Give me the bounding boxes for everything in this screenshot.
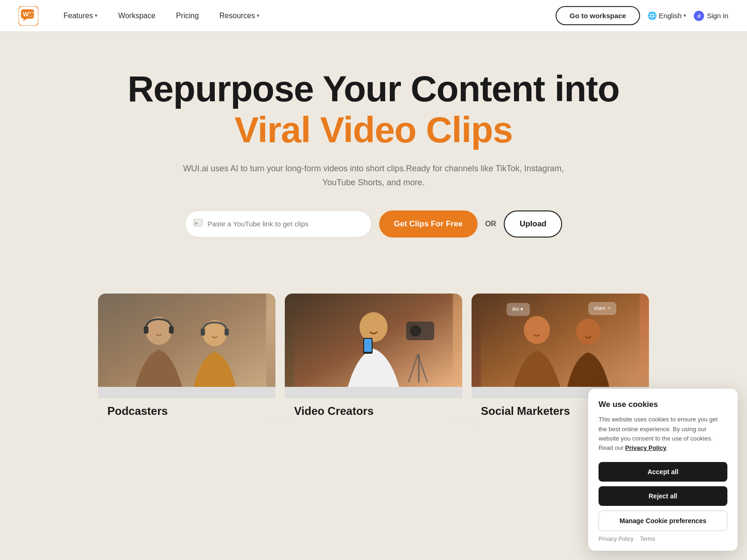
- language-selector[interactable]: 🌐 English ▾: [648, 11, 686, 20]
- svg-text:CLIPS BY MAGIC: CLIPS BY MAGIC: [28, 15, 38, 17]
- card-social-marketers-text: Social Marketers: [481, 405, 570, 417]
- nav-right: Go to workspace 🌐 English ▾ d Sign in: [556, 6, 728, 25]
- hero-title-line1: Repurpose Your Content into: [19, 69, 728, 109]
- svg-point-19: [410, 325, 421, 336]
- nav-pricing[interactable]: Pricing: [168, 8, 207, 24]
- hero-subtitle-line2: YouTube Shorts, and more.: [323, 178, 425, 187]
- go-to-workspace-button[interactable]: Go to workspace: [556, 6, 640, 25]
- privacy-policy-link[interactable]: Privacy Policy: [625, 444, 666, 451]
- language-label: English: [659, 12, 682, 20]
- card-video-creators: Video Creators: [285, 294, 462, 424]
- cookie-footer: Privacy Policy Terms: [599, 536, 727, 542]
- card-podcasters: Podcasters: [98, 294, 275, 424]
- svg-text:UI.AI: UI.AI: [28, 11, 35, 14]
- nav-resources[interactable]: Resources ▾: [211, 8, 268, 24]
- hero-subtitle: WUI.ai uses AI to turn your long-form vi…: [19, 162, 728, 189]
- hero-title-line2: Viral Video Clips: [19, 109, 728, 151]
- nav-features[interactable]: Features ▾: [55, 8, 106, 24]
- workspace-label: Workspace: [118, 12, 155, 20]
- cookie-banner: We use cookies This website uses cookies…: [588, 389, 738, 551]
- get-clips-button[interactable]: Get Clips For Free: [379, 210, 478, 238]
- logo[interactable]: W UI.AI CLIPS BY MAGIC: [19, 6, 38, 26]
- card-social-marketers-image: like ♥ share ↗: [472, 294, 649, 387]
- or-separator: OR: [485, 220, 496, 228]
- youtube-link-input[interactable]: [208, 220, 364, 228]
- svg-point-28: [576, 319, 600, 345]
- features-chevron-icon: ▾: [95, 13, 98, 19]
- youtube-link-icon: ▶: [193, 217, 203, 230]
- svg-text:▶: ▶: [195, 221, 198, 225]
- card-video-creators-image: [285, 294, 462, 387]
- svg-text:like ♥: like ♥: [512, 307, 523, 312]
- svg-point-23: [359, 312, 388, 342]
- svg-rect-12: [144, 326, 148, 334]
- svg-rect-10: [107, 294, 266, 387]
- svg-rect-16: [225, 329, 229, 336]
- hero-section: Repurpose Your Content into Viral Video …: [0, 32, 747, 266]
- nav-links: Features ▾ Workspace Pricing Resources ▾: [55, 8, 556, 24]
- cookie-title: We use cookies: [599, 400, 727, 409]
- card-video-creators-text: Video Creators: [294, 405, 374, 417]
- svg-text:share ↗: share ↗: [594, 306, 611, 311]
- features-label: Features: [63, 12, 93, 20]
- cta-row: ▶ Get Clips For Free OR Upload: [19, 210, 728, 238]
- youtube-input-wrap: ▶: [185, 210, 372, 238]
- discord-icon: d: [694, 11, 704, 21]
- lang-chevron-icon: ▾: [684, 13, 686, 19]
- globe-icon: 🌐: [648, 11, 657, 20]
- resources-label: Resources: [219, 12, 255, 20]
- cookie-terms-link[interactable]: Terms: [640, 536, 655, 542]
- card-podcasters-label: Podcasters: [98, 398, 275, 424]
- accept-all-button[interactable]: Accept all: [599, 462, 727, 482]
- hero-subtitle-line1: WUI.ai uses AI to turn your long-form vi…: [183, 164, 564, 173]
- signin-area[interactable]: d Sign in: [694, 11, 728, 21]
- nav-workspace[interactable]: Workspace: [110, 8, 164, 24]
- svg-rect-15: [201, 329, 205, 336]
- svg-point-27: [524, 316, 550, 344]
- signin-label: Sign in: [707, 12, 728, 20]
- manage-cookie-preferences-button[interactable]: Manage Cookie preferences: [599, 511, 727, 531]
- navbar: W UI.AI CLIPS BY MAGIC Features ▾ Worksp…: [0, 0, 747, 32]
- pricing-label: Pricing: [176, 12, 199, 20]
- svg-rect-25: [364, 339, 372, 352]
- hero-title: Repurpose Your Content into Viral Video …: [19, 69, 728, 151]
- svg-rect-13: [169, 326, 174, 334]
- card-podcasters-image: [98, 294, 275, 387]
- card-podcasters-text: Podcasters: [107, 405, 168, 417]
- reject-all-button[interactable]: Reject all: [599, 486, 727, 506]
- card-video-creators-label: Video Creators: [285, 398, 462, 424]
- upload-button[interactable]: Upload: [504, 210, 563, 238]
- cookie-privacy-policy-link[interactable]: Privacy Policy: [599, 536, 634, 542]
- cookie-text: This website uses cookies to ensure you …: [599, 415, 727, 453]
- resources-chevron-icon: ▾: [257, 13, 260, 19]
